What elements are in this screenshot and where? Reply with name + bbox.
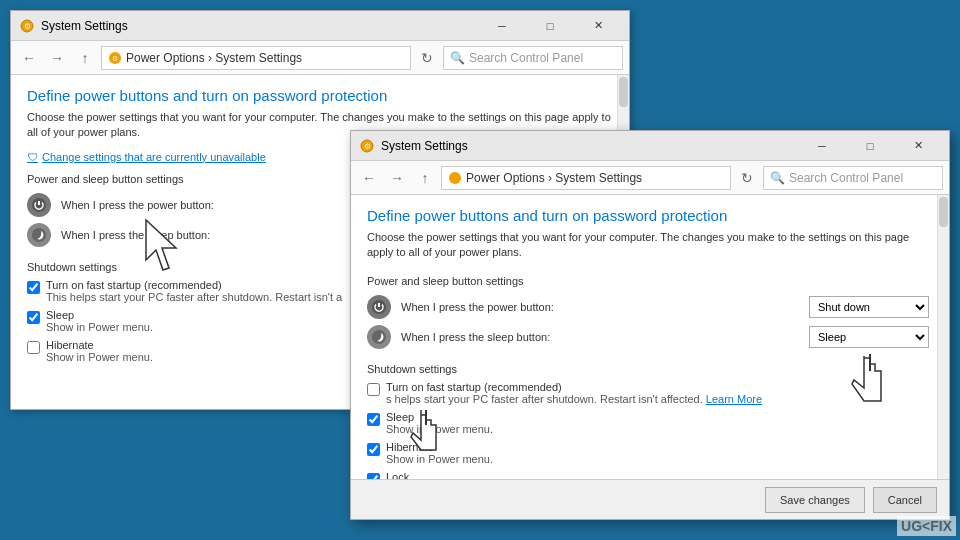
background-address-bar: ← → ↑ ⚙ Power Options › System Settings …: [11, 41, 629, 75]
background-hibernate-label: Hibernate: [46, 339, 153, 351]
front-fast-startup-sub: s helps start your PC faster after shutd…: [386, 393, 762, 405]
front-search-icon: 🔍: [770, 171, 785, 185]
background-fast-startup-checkbox[interactable]: [27, 281, 40, 294]
front-maximize-button[interactable]: □: [847, 131, 893, 161]
svg-point-5: [32, 228, 46, 242]
background-title-bar: ⚙ System Settings ─ □ ✕: [11, 11, 629, 41]
front-up-button[interactable]: ↑: [413, 166, 437, 190]
front-power-button-label: When I press the power button:: [401, 301, 799, 313]
front-sleep-icon: [367, 325, 391, 349]
background-win-controls: ─ □ ✕: [479, 11, 621, 41]
background-sleep-sub: Show in Power menu.: [46, 321, 153, 333]
watermark: UG<FIX: [897, 516, 956, 536]
front-title-bar: ⚙ System Settings ─ □ ✕: [351, 131, 949, 161]
front-sleep-button-label: When I press the sleep button:: [401, 331, 799, 343]
background-up-button[interactable]: ↑: [73, 46, 97, 70]
front-shutdown-section: Shutdown settings Turn on fast startup (…: [367, 363, 929, 479]
svg-text:⚙: ⚙: [364, 142, 371, 151]
front-section-power: Power and sleep button settings: [367, 275, 929, 287]
front-hibernate-label: Hibernate: [386, 441, 493, 453]
background-refresh-button[interactable]: ↻: [415, 46, 439, 70]
front-forward-button[interactable]: →: [385, 166, 409, 190]
front-lock-label: Lock: [386, 471, 536, 479]
front-hibernate-item: Hibernate Show in Power menu.: [367, 441, 929, 465]
foreground-window: ⚙ System Settings ─ □ ✕ ← → ↑ Power Opti…: [350, 130, 950, 520]
svg-text:⚙: ⚙: [112, 55, 118, 62]
background-title-text: System Settings: [41, 19, 479, 33]
front-power-button-row: When I press the power button: Shut down…: [367, 295, 929, 319]
background-page-title: Define power buttons and turn on passwor…: [27, 87, 613, 104]
front-sleep-button-select[interactable]: Sleep Hibernate Do nothing: [809, 326, 929, 348]
front-power-button-select[interactable]: Shut down Sleep Hibernate Do nothing: [809, 296, 929, 318]
shield-icon: 🛡: [27, 151, 38, 163]
front-search-box[interactable]: 🔍 Search Control Panel: [763, 166, 943, 190]
background-maximize-button[interactable]: □: [527, 11, 573, 41]
background-minimize-button[interactable]: ─: [479, 11, 525, 41]
front-checkbox-row: Turn on fast startup (recommended) s hel…: [367, 381, 929, 479]
background-back-button[interactable]: ←: [17, 46, 41, 70]
background-close-button[interactable]: ✕: [575, 11, 621, 41]
save-changes-button[interactable]: Save changes: [765, 487, 865, 513]
background-sleep-icon: [27, 223, 51, 247]
front-hibernate-sub: Show in Power menu.: [386, 453, 493, 465]
front-sleep-button-row: When I press the sleep button: Sleep Hib…: [367, 325, 929, 349]
front-close-button[interactable]: ✕: [895, 131, 941, 161]
front-scrollbar[interactable]: [937, 195, 949, 479]
background-hibernate-checkbox[interactable]: [27, 341, 40, 354]
background-fast-startup-label: Turn on fast startup (recommended): [46, 279, 342, 291]
front-address-bar: ← → ↑ Power Options › System Settings ↻ …: [351, 161, 949, 195]
background-power-icon: [27, 193, 51, 217]
front-title-text: System Settings: [381, 139, 799, 153]
background-forward-button[interactable]: →: [45, 46, 69, 70]
front-back-button[interactable]: ←: [357, 166, 381, 190]
front-footer-bar: Save changes Cancel: [351, 479, 949, 519]
front-sleep-checkbox[interactable]: [367, 413, 380, 426]
front-shutdown-title: Shutdown settings: [367, 363, 929, 375]
svg-point-9: [449, 172, 461, 184]
front-lock-item: Lock Show in account picture menu.: [367, 471, 929, 479]
background-hibernate-sub: Show in Power menu.: [46, 351, 153, 363]
background-title-icon: ⚙: [19, 18, 35, 34]
front-sleep-sub: Show in Power menu.: [386, 423, 493, 435]
front-lock-checkbox[interactable]: [367, 473, 380, 479]
front-hibernate-checkbox[interactable]: [367, 443, 380, 456]
front-scrollbar-thumb[interactable]: [939, 197, 948, 227]
cancel-button[interactable]: Cancel: [873, 487, 937, 513]
front-power-icon: [367, 295, 391, 319]
front-fast-startup-label: Turn on fast startup (recommended): [386, 381, 762, 393]
background-fast-startup-sub: This helps start your PC faster after sh…: [46, 291, 342, 303]
background-search-box[interactable]: 🔍 Search Control Panel: [443, 46, 623, 70]
learn-more-link[interactable]: Learn More: [706, 393, 762, 405]
front-sleep-item: Sleep Show in Power menu.: [367, 411, 929, 435]
background-sleep-label: Sleep: [46, 309, 153, 321]
background-scrollbar-thumb[interactable]: [619, 77, 628, 107]
background-sleep-checkbox[interactable]: [27, 311, 40, 324]
front-title-icon: ⚙: [359, 138, 375, 154]
front-refresh-button[interactable]: ↻: [735, 166, 759, 190]
front-address-path[interactable]: Power Options › System Settings: [441, 166, 731, 190]
front-content: Define power buttons and turn on passwor…: [351, 195, 949, 479]
background-address-path[interactable]: ⚙ Power Options › System Settings: [101, 46, 411, 70]
front-minimize-button[interactable]: ─: [799, 131, 845, 161]
svg-text:⚙: ⚙: [24, 22, 31, 31]
front-fast-startup-checkbox[interactable]: [367, 383, 380, 396]
front-page-title: Define power buttons and turn on passwor…: [367, 207, 929, 224]
svg-point-11: [372, 330, 386, 344]
front-fast-startup-item: Turn on fast startup (recommended) s hel…: [367, 381, 929, 405]
front-win-controls: ─ □ ✕: [799, 131, 941, 161]
front-page-desc: Choose the power settings that you want …: [367, 230, 929, 261]
front-sleep-label: Sleep: [386, 411, 493, 423]
search-icon: 🔍: [450, 51, 465, 65]
